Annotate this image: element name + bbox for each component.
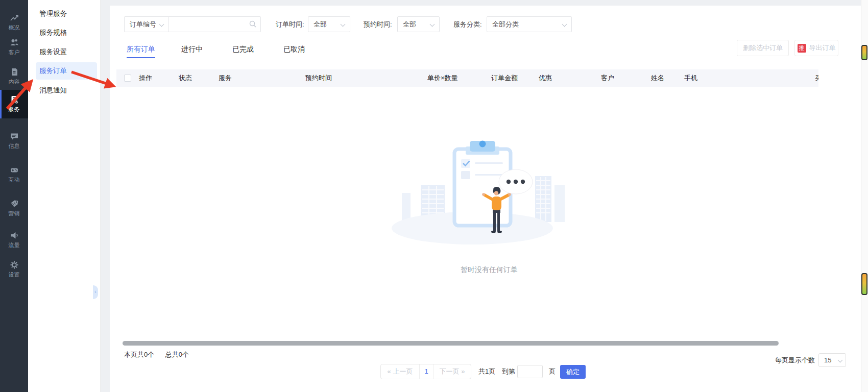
table-header: 操作 状态 服务 预约时间 单价×数量 订单金额 优惠 客户 姓名 手机 买家留… (116, 69, 818, 87)
category-select[interactable]: 全部分类 (487, 16, 572, 32)
col-phone: 手机 (684, 69, 697, 87)
sidebar-label: 服务 (9, 106, 20, 113)
prev-page-button[interactable]: « 上一页 (381, 364, 420, 379)
secondary-sidebar: 管理服务 服务规格 服务设置 服务订单 消息通知 (28, 0, 101, 392)
main-content: 订单编号 订单时间: 全部 预约时间: 全部 服务分类: 全部分类 所有订单 进… (110, 6, 859, 392)
count-line: 本页共0个 总共0个 (124, 350, 198, 359)
sidebar-label: 概况 (9, 24, 20, 32)
chevron-down-icon (838, 358, 843, 363)
delete-selected-label: 删除选中订单 (743, 43, 783, 53)
sidebar-label: 设置 (9, 271, 20, 279)
horizontal-scrollbar-thumb[interactable] (123, 341, 779, 346)
scrollbar-widget-top[interactable] (861, 45, 867, 60)
order-no-select-value: 订单编号 (125, 17, 156, 32)
horizontal-scrollbar[interactable] (116, 341, 789, 346)
divider (101, 0, 861, 6)
grand-count: 总共0个 (165, 351, 189, 358)
col-status: 状态 (179, 69, 192, 87)
search-input[interactable] (168, 16, 261, 32)
per-page-label: 每页显示个数 (775, 353, 815, 367)
submenu-item-service-orders[interactable]: 服务订单 (36, 62, 97, 80)
sidebar-item-marketing[interactable]: 营销 (0, 196, 28, 220)
sidebar-item-customers[interactable]: 客户 (0, 35, 28, 59)
scrollbar-widget-bottom[interactable] (861, 273, 867, 295)
sidebar-label: 内容 (9, 78, 20, 86)
marketing-icon (10, 199, 19, 208)
content-icon (10, 67, 19, 77)
booking-time-select[interactable]: 全部 (397, 16, 440, 32)
traffic-icon (10, 231, 19, 240)
col-service: 服务 (219, 69, 232, 87)
col-buyer-note: 买家留言 (815, 69, 818, 87)
primary-sidebar: 概况 客户 内容 服务 信息 互动 营销 流量 (0, 0, 28, 392)
per-page-select[interactable]: 15 (818, 353, 846, 367)
goto-unit: 页 (549, 364, 556, 379)
col-price-qty: 单价×数量 (427, 69, 458, 87)
chevron-down-icon (341, 22, 346, 27)
tab-all-orders[interactable]: 所有订单 (127, 45, 155, 58)
message-icon (10, 132, 19, 141)
sidebar-item-services[interactable]: 服务 (0, 90, 28, 118)
sidebar-label: 营销 (9, 210, 20, 217)
col-discount: 优惠 (539, 69, 552, 87)
delete-selected-button[interactable]: 删除选中订单 (737, 40, 789, 56)
chevron-down-icon (430, 22, 435, 27)
order-time-select[interactable]: 全部 (308, 16, 350, 32)
sidebar-item-settings[interactable]: 设置 (0, 257, 28, 282)
tab-in-progress[interactable]: 进行中 (181, 45, 203, 58)
select-all-checkbox[interactable] (124, 75, 131, 82)
sidebar-item-traffic[interactable]: 流量 (0, 228, 28, 252)
sidebar-item-messages[interactable]: 信息 (0, 129, 28, 153)
current-page[interactable]: 1 (420, 364, 433, 379)
chevron-down-icon (562, 22, 567, 27)
sidebar-collapse-handle[interactable]: ‹ (93, 285, 98, 299)
sidebar-label: 客户 (9, 48, 20, 56)
export-orders-button[interactable]: 推 导出订单 (794, 40, 838, 56)
next-page-button[interactable]: 下一页 » (433, 364, 471, 379)
chevron-down-icon (159, 22, 164, 27)
settings-icon (10, 260, 19, 270)
customers-icon (10, 38, 19, 47)
tab-cancelled[interactable]: 已取消 (283, 45, 305, 58)
order-no-select[interactable]: 订单编号 (124, 16, 169, 32)
goto-label: 到第 (502, 364, 515, 379)
total-pages: 共1页 (478, 364, 495, 379)
booking-time-select-value: 全部 (398, 17, 416, 32)
col-booking-time: 预约时间 (305, 69, 332, 87)
sidebar-label: 互动 (9, 176, 20, 184)
sidebar-item-interaction[interactable]: 互动 (0, 162, 28, 187)
page-count: 本页共0个 (124, 351, 154, 358)
submenu-item-notifications[interactable]: 消息通知 (36, 82, 97, 99)
category-label: 服务分类: (453, 16, 482, 32)
submenu-item-service-settings[interactable]: 服务设置 (36, 43, 97, 61)
sidebar-item-overview[interactable]: 概况 (0, 10, 28, 35)
services-icon (10, 95, 19, 104)
col-actions: 操作 (139, 69, 152, 87)
pagination: « 上一页 1 下一页 » (380, 364, 471, 379)
per-page-value: 15 (819, 354, 831, 366)
submenu-item-manage-services[interactable]: 管理服务 (36, 5, 97, 22)
col-amount: 订单金额 (491, 69, 518, 87)
app-window: 概况 客户 内容 服务 信息 互动 营销 流量 (0, 0, 868, 392)
col-customer: 客户 (601, 69, 614, 87)
tab-completed[interactable]: 已完成 (232, 45, 254, 58)
booking-time-label: 预约时间: (364, 16, 392, 32)
search-icon[interactable] (249, 20, 257, 30)
submenu-item-service-specs[interactable]: 服务规格 (36, 24, 97, 41)
category-select-value: 全部分类 (487, 17, 519, 32)
col-name: 姓名 (651, 69, 664, 87)
divider (101, 0, 110, 392)
goto-page-input[interactable] (517, 365, 543, 378)
interaction-icon (10, 165, 19, 175)
confirm-button[interactable]: 确定 (560, 365, 586, 379)
promo-badge: 推 (798, 44, 806, 53)
empty-state-illustration (388, 128, 567, 250)
empty-message: 暂时没有任何订单 (430, 265, 548, 275)
sidebar-item-content[interactable]: 内容 (0, 64, 28, 89)
chart-icon (10, 13, 19, 22)
order-time-select-value: 全部 (308, 17, 327, 32)
export-orders-label: 导出订单 (809, 43, 836, 53)
sidebar-label: 流量 (9, 241, 20, 249)
order-time-label: 订单时间: (276, 16, 304, 32)
sidebar-label: 信息 (9, 142, 20, 150)
